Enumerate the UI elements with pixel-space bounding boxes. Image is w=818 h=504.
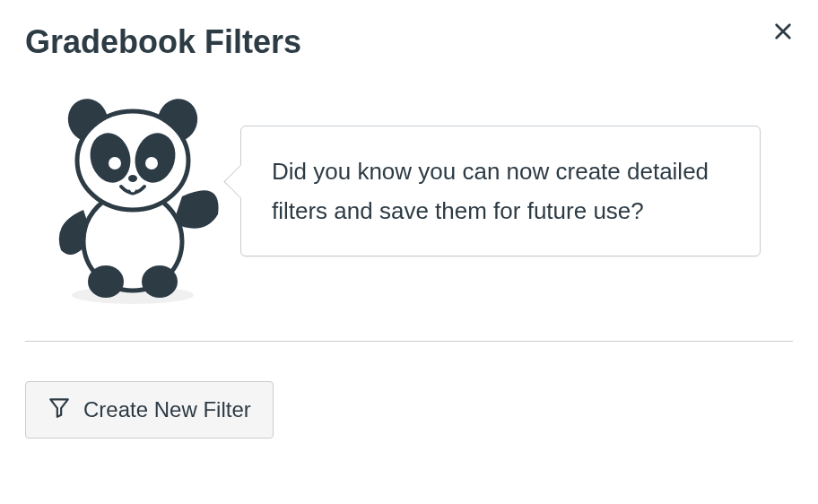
close-icon: [773, 30, 793, 44]
svg-point-7: [142, 265, 178, 298]
filter-icon: [48, 395, 71, 424]
svg-marker-14: [50, 399, 68, 417]
info-row: Did you know you can now create detailed…: [25, 93, 793, 308]
tip-text: Did you know you can now create detailed…: [272, 158, 709, 224]
gradebook-filters-panel: Gradebook Filters: [0, 0, 818, 456]
svg-point-6: [88, 265, 124, 298]
svg-point-12: [145, 157, 158, 169]
divider: [25, 341, 793, 342]
create-new-filter-label: Create New Filter: [83, 397, 251, 422]
create-new-filter-button[interactable]: Create New Filter: [25, 381, 274, 439]
tip-bubble: Did you know you can now create detailed…: [240, 126, 761, 256]
close-button[interactable]: [770, 18, 796, 47]
page-title: Gradebook Filters: [25, 23, 793, 61]
svg-point-11: [109, 157, 121, 169]
panda-mascot-icon: [25, 93, 240, 308]
svg-point-13: [128, 175, 137, 182]
